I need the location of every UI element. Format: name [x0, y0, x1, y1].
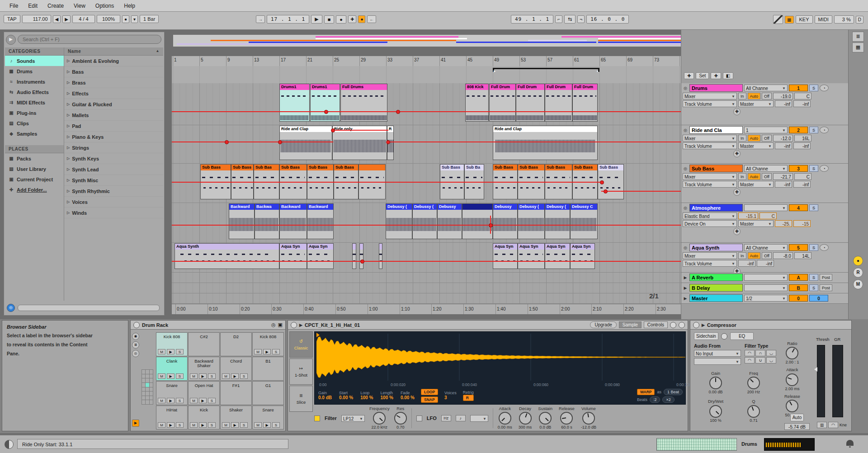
- drum-pad-b1[interactable]: B1: [252, 357, 284, 381]
- pad-solo-button[interactable]: S: [176, 373, 184, 379]
- track-name[interactable]: Ride and Cla: [689, 126, 743, 134]
- sidebar-item-plug-ins[interactable]: ▣Plug-ins: [5, 108, 64, 118]
- automation-breakpoint[interactable]: [489, 223, 493, 227]
- loop-button[interactable]: LOOP: [421, 389, 438, 395]
- pad-solo-button[interactable]: S: [208, 422, 216, 428]
- lane-ride-and-cla[interactable]: Ride and ClapRide onlyRRide and Clap: [172, 125, 681, 164]
- pad-bank-cell[interactable]: [142, 387, 145, 392]
- follow-button[interactable]: →: [256, 15, 265, 23]
- track-fold-icon[interactable]: ◎: [683, 128, 688, 132]
- clip-full-drum[interactable]: Full Drum: [516, 84, 545, 122]
- clip-ride-and-clap[interactable]: Ride and Clap: [493, 126, 598, 160]
- menu-create[interactable]: Create: [42, 3, 69, 9]
- pad-bank-cell[interactable]: [150, 383, 153, 387]
- automation-control-select[interactable]: Track Volume▼: [683, 100, 737, 107]
- pad-bank-cell[interactable]: [150, 374, 153, 378]
- time-signature-display[interactable]: 4 / 4: [72, 15, 95, 23]
- hamburger-menu-icon[interactable]: ≣: [852, 32, 864, 42]
- metronome-toggle[interactable]: ●: [122, 15, 129, 23]
- sample-thumbnail[interactable]: [764, 438, 815, 451]
- pad-bank-cell[interactable]: [142, 370, 145, 374]
- pad-preview-button[interactable]: ▶: [167, 349, 175, 354]
- overdub-button[interactable]: ✚: [348, 15, 356, 23]
- pan-value[interactable]: C: [760, 212, 777, 219]
- pad-preview-button[interactable]: ▶: [199, 422, 207, 428]
- pad-preview-button[interactable]: ▶: [167, 398, 175, 403]
- sidebar-item-midi-effects[interactable]: ⇉MIDI Effects: [5, 97, 64, 108]
- pad-solo-button[interactable]: S: [176, 349, 184, 354]
- drywet-knob[interactable]: Dry/Wet100 %: [697, 399, 735, 423]
- volume-value[interactable]: -21.7: [773, 173, 793, 180]
- mode-slice[interactable]: ≣Slice: [289, 386, 313, 412]
- monitor-icon[interactable]: ◧: [723, 72, 733, 79]
- freq-knob[interactable]: Freq200 Hz: [735, 371, 773, 395]
- pad-bank-cell[interactable]: [150, 392, 153, 396]
- track-name[interactable]: Master: [689, 294, 743, 302]
- retrig-field[interactable]: Retrig R: [463, 390, 474, 401]
- sidebar-item-packs[interactable]: ▦Packs: [5, 153, 64, 164]
- lane-drums[interactable]: Drums1Drums1Full Drums808 KickFull DrumF…: [172, 83, 681, 125]
- ratio-knob-knob[interactable]: [786, 347, 798, 359]
- output-routing-select[interactable]: Master▼: [738, 100, 774, 107]
- activity-view-icon[interactable]: ▥: [817, 422, 827, 428]
- preview-button[interactable]: ◔: [820, 85, 829, 91]
- automation-control-select[interactable]: Track Volume▼: [683, 142, 737, 149]
- track-name[interactable]: Aqua Synth: [689, 244, 743, 251]
- output-routing-select[interactable]: Master▼: [738, 220, 774, 227]
- add-automation-lane-button[interactable]: ✚: [733, 228, 741, 235]
- pad-bank-cell[interactable]: [150, 396, 153, 400]
- automation-control-select[interactable]: Track Volume▼: [683, 181, 737, 188]
- lane-b-delay[interactable]: [172, 283, 681, 293]
- set-button[interactable]: Set: [696, 72, 709, 79]
- clip-aqua-syn[interactable]: Aqua Syn: [307, 243, 334, 269]
- half-tempo-button[interactable]: :2: [650, 396, 660, 403]
- back-to-arrangement-button[interactable]: ←: [367, 15, 376, 23]
- pad-solo-button[interactable]: S: [240, 422, 248, 428]
- hot-swap-icon[interactable]: ◎: [271, 322, 276, 328]
- clip-unnamed[interactable]: [462, 203, 493, 239]
- lane-sub-bass[interactable]: Sub BassSub BassSub BasSub BassSub BassS…: [172, 164, 681, 203]
- post-fader-button[interactable]: Post: [820, 274, 832, 281]
- clip-backwa[interactable]: Backwa: [255, 203, 279, 239]
- clip-backward[interactable]: Backward: [307, 203, 334, 239]
- drum-pad-f-1[interactable]: F#1: [220, 381, 252, 405]
- drum-pad-g1[interactable]: G1: [252, 381, 284, 405]
- monitor-in-button[interactable]: In: [738, 93, 746, 99]
- drum-pad-kick-808[interactable]: Kick 808M▶S: [156, 332, 188, 356]
- automation-breakpoint[interactable]: [386, 140, 390, 144]
- pad-solo-button[interactable]: S: [176, 398, 184, 403]
- computer-midi-keyboard-icon[interactable]: ▦: [785, 16, 793, 24]
- browser-folder-voices[interactable]: ▷Voices: [64, 197, 163, 208]
- automation-breakpoint[interactable]: [225, 140, 229, 144]
- nudge-up-button[interactable]: ▶: [62, 15, 71, 23]
- pad-bank-cell[interactable]: [150, 370, 153, 374]
- filter-shape-button-1[interactable]: ∩: [755, 350, 765, 356]
- pad-mute-button[interactable]: M: [190, 398, 198, 403]
- midi-map-button[interactable]: MIDI: [815, 15, 832, 24]
- pad-bank-cell[interactable]: [142, 374, 145, 378]
- automation-line[interactable]: [172, 182, 602, 183]
- automation-device-select[interactable]: Mixer▼: [683, 135, 737, 142]
- status-circle-icon[interactable]: [5, 440, 14, 449]
- clip-backward[interactable]: Backward: [279, 203, 307, 239]
- sidebar-item-instruments[interactable]: ≈Instruments: [5, 76, 64, 87]
- release-knob-knob[interactable]: [786, 400, 798, 412]
- pan-value[interactable]: C: [794, 173, 811, 180]
- sidebar-item-current-project[interactable]: ▣Current Project: [5, 174, 64, 184]
- punch-out-button[interactable]: ¬: [577, 15, 585, 23]
- pad-bank-cell[interactable]: [146, 370, 149, 374]
- add-automation-lane-button[interactable]: ✚: [733, 150, 741, 157]
- side-circle-2[interactable]: M: [853, 279, 863, 289]
- automation-line[interactable]: [601, 191, 681, 192]
- volume-value[interactable]: -15.1: [738, 212, 758, 219]
- browser-folder-guitar-plucked[interactable]: ▷Guitar & Plucked: [64, 99, 163, 110]
- browser-folder-strings[interactable]: ▷Strings: [64, 142, 163, 153]
- tempo-display[interactable]: 117.00: [22, 15, 51, 23]
- filter-shape-button-3[interactable]: ◠: [745, 357, 755, 363]
- monitor-off-button[interactable]: Off: [762, 173, 772, 180]
- drum-pad-clank[interactable]: ClankM▶S: [156, 357, 188, 381]
- notification-bell-icon[interactable]: [846, 440, 854, 446]
- automation-breakpoint[interactable]: [604, 189, 608, 193]
- automation-device-select[interactable]: Mixer▼: [683, 252, 737, 259]
- add-automation-lane-button[interactable]: ✚: [733, 189, 741, 196]
